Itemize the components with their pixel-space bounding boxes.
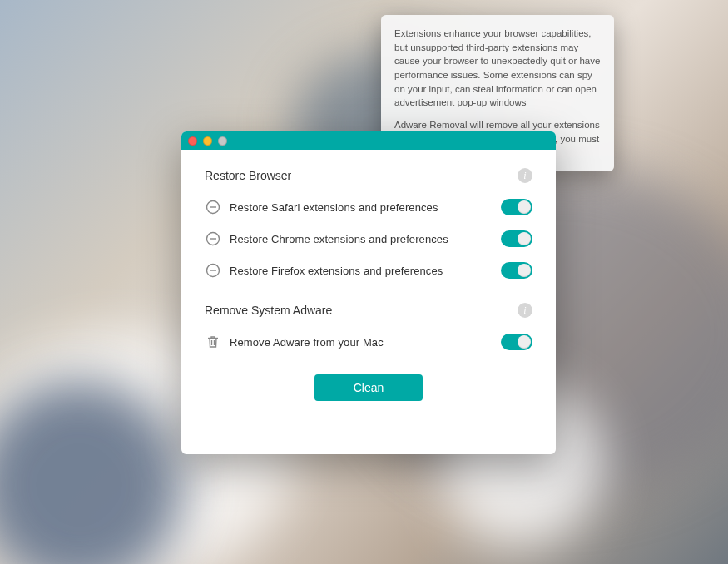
minus-circle-icon bbox=[205, 200, 221, 215]
clean-button[interactable]: Clean bbox=[314, 374, 423, 401]
minus-circle-icon bbox=[205, 263, 221, 278]
info-icon[interactable]: i bbox=[518, 168, 532, 183]
list-item: Restore Firefox extensions and preferenc… bbox=[205, 255, 532, 286]
trash-icon bbox=[205, 334, 221, 349]
toggle-chrome[interactable] bbox=[501, 230, 532, 247]
section-title: Remove System Adware bbox=[205, 304, 332, 317]
info-icon[interactable]: i bbox=[518, 303, 532, 318]
toggle-firefox[interactable] bbox=[501, 262, 532, 279]
toggle-knob bbox=[518, 232, 531, 245]
app-window: Restore Browser i Restore Safari extensi… bbox=[181, 131, 556, 454]
toggle-safari[interactable] bbox=[501, 199, 532, 215]
list-item: Restore Chrome extensions and preference… bbox=[205, 223, 532, 255]
toggle-adware[interactable] bbox=[501, 334, 532, 350]
toggle-knob bbox=[518, 264, 531, 277]
section-gap bbox=[205, 286, 532, 301]
item-label: Remove Adware from your Mac bbox=[221, 336, 501, 349]
window-titlebar[interactable] bbox=[181, 131, 556, 150]
tooltip-paragraph: Extensions enhance your browser capabili… bbox=[394, 27, 601, 110]
section-title: Restore Browser bbox=[205, 169, 291, 182]
section-header-system: Remove System Adware i bbox=[205, 303, 532, 318]
list-item: Remove Adware from your Mac bbox=[205, 326, 532, 358]
item-label: Restore Chrome extensions and preference… bbox=[221, 233, 501, 245]
toggle-knob bbox=[518, 200, 531, 214]
list-item: Restore Safari extensions and preference… bbox=[205, 191, 532, 223]
window-content: Restore Browser i Restore Safari extensi… bbox=[181, 150, 556, 419]
window-minimize-button[interactable] bbox=[203, 136, 212, 146]
toggle-knob bbox=[518, 335, 531, 349]
window-zoom-button[interactable] bbox=[218, 136, 227, 146]
window-close-button[interactable] bbox=[188, 136, 197, 146]
item-label: Restore Safari extensions and preference… bbox=[221, 201, 501, 214]
minus-circle-icon bbox=[205, 231, 221, 246]
item-label: Restore Firefox extensions and preferenc… bbox=[221, 265, 501, 277]
section-header-browser: Restore Browser i bbox=[205, 168, 532, 183]
